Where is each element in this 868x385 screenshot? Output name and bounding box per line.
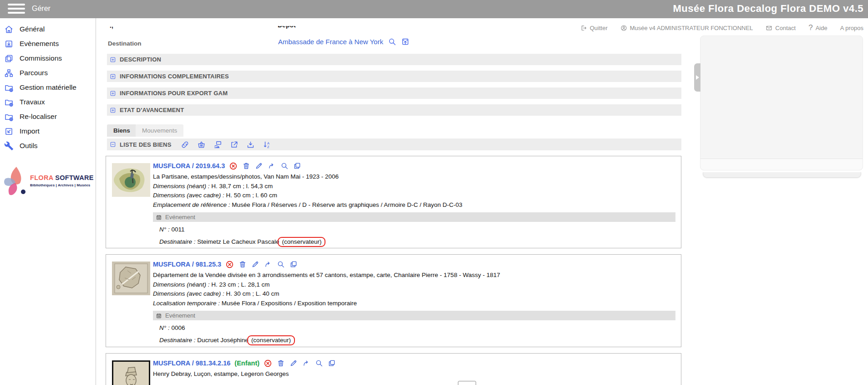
logo-subtitle: Bibliothèques | Archives | Musées: [30, 184, 94, 188]
num-label: N° :: [159, 226, 171, 233]
calendar-icon: [156, 313, 162, 319]
item-card: MUSFLORA / 2019.64.3 La Partisane, estam…: [106, 156, 681, 248]
field-value: H. 50 cm ; l. 60 cm: [226, 192, 278, 199]
section-description[interactable]: DESCRIPTION: [107, 54, 681, 65]
field-label: Dimensions (néant) :: [153, 281, 211, 288]
destination-value-link[interactable]: Ambassade de France à New York: [278, 38, 383, 46]
folder-globe-icon: [4, 98, 14, 107]
event-box-icon: [4, 39, 14, 49]
hamburger-menu-icon[interactable]: [8, 4, 25, 15]
search-icon[interactable]: [280, 162, 289, 170]
destinataire-value: Ducruet Joséphine: [197, 337, 249, 344]
item-description: Henry Debray, Luçon, estampe, Legeron Ge…: [153, 370, 675, 379]
num-value: 0011: [171, 226, 184, 233]
expand-plus-icon[interactable]: [110, 107, 116, 113]
partial-scrolled-label-left: .,: [110, 26, 128, 32]
home-icon: [4, 25, 14, 34]
share-arrow-icon[interactable]: [268, 162, 276, 170]
item-thumbnail[interactable]: [112, 262, 150, 295]
sidebar-item-relocaliser[interactable]: Re-localiser: [0, 109, 96, 124]
basket-icon[interactable]: [197, 140, 206, 149]
sort-az-icon[interactable]: [263, 140, 271, 149]
search-icon[interactable]: [315, 359, 323, 367]
num-label: N° :: [159, 324, 171, 331]
tab-mouvements[interactable]: Mouvements: [136, 124, 183, 137]
cancel-icon[interactable]: [229, 162, 238, 170]
edit-pencil-icon[interactable]: [289, 359, 298, 367]
search-icon[interactable]: [388, 37, 396, 46]
item-description: La Partisane, estampes/dessins/photos, V…: [153, 172, 675, 182]
share-arrow-icon[interactable]: [302, 359, 310, 367]
sidebar-item-import[interactable]: Import: [0, 124, 96, 139]
sidebar-item-travaux[interactable]: Travaux: [0, 95, 96, 109]
evenement-header: Evénement: [153, 311, 675, 320]
item-ref-link[interactable]: MUSFLORA / 981.25.3: [153, 261, 221, 268]
field-value: H. 30 cm ; L. 40 cm: [226, 290, 279, 297]
cancel-icon[interactable]: [264, 359, 272, 368]
search-icon[interactable]: [277, 260, 285, 268]
last-page-button[interactable]: »: [494, 382, 499, 385]
section-informations-complementaires[interactable]: INFORMATIONS COMPLEMENTAIRES: [107, 71, 681, 82]
sidebar-item-evenements[interactable]: Evènements: [0, 36, 96, 51]
item-thumbnail[interactable]: [112, 360, 150, 385]
sidebar-item-parcours[interactable]: Parcours: [0, 66, 96, 80]
sidebar-item-general[interactable]: Général: [0, 22, 96, 36]
sidebar: Général Evènements Commissions Parcours …: [0, 18, 96, 385]
import-icon: [4, 127, 14, 136]
item-ref-link[interactable]: MUSFLORA / 2019.64.3: [153, 162, 225, 169]
app-title: Musée Flora Decalog Flora DEMO v4.5: [673, 3, 863, 15]
edit-pencil-icon[interactable]: [255, 162, 263, 170]
sidebar-item-gestion-materielle[interactable]: Gestion matérielle: [0, 80, 96, 95]
field-label: Dimensions (avec cadre) :: [153, 290, 226, 297]
duplicate-icon[interactable]: [293, 162, 301, 170]
trash-icon[interactable]: [239, 260, 247, 268]
duplicate-icon[interactable]: [289, 260, 298, 268]
panel-collapse-handle[interactable]: [694, 63, 700, 92]
menu-gerer[interactable]: Gérer: [32, 5, 51, 13]
partial-scrolled-label-depot: Dépôt: [278, 26, 305, 31]
item-description: Département de la Vendée divisée en 3 ar…: [153, 271, 675, 280]
prev-page-button[interactable]: ‹: [447, 382, 451, 385]
page-number-input[interactable]: [458, 381, 476, 385]
tab-biens[interactable]: Biens: [107, 124, 137, 137]
field-label: Dimensions (néant) :: [153, 183, 211, 190]
right-panel-bottom-bar: [703, 172, 861, 178]
expand-plus-icon[interactable]: [110, 73, 116, 80]
field-value: Musée Flora / Expositions / Exposition t…: [222, 300, 357, 307]
field-label: Localisation temporaire :: [153, 300, 222, 307]
destination-label: Destination: [108, 40, 142, 47]
edit-pencil-icon[interactable]: [251, 260, 259, 268]
hand-card-icon[interactable]: [213, 140, 222, 149]
destinataire-value: Steimetz Le Cacheux Pascale: [197, 238, 279, 245]
field-value: H. 23 cm ; L. 28,1 cm: [211, 281, 269, 288]
section-etat-avancement[interactable]: ETAT D'AVANCEMENT: [107, 104, 681, 116]
liste-des-biens-label: LISTE DES BIENS: [120, 141, 172, 148]
expand-plus-icon[interactable]: [110, 56, 116, 63]
next-page-button[interactable]: ›: [483, 382, 487, 385]
share-arrow-icon[interactable]: [264, 260, 272, 268]
first-page-button[interactable]: «: [435, 382, 440, 385]
item-ref-link[interactable]: MUSFLORA / 981.34.2.16: [153, 359, 230, 367]
sidebar-item-commissions[interactable]: Commissions: [0, 51, 96, 66]
external-link-icon[interactable]: [230, 140, 239, 149]
section-informations-export-gam[interactable]: INFORMATIONS POUR EXPORT GAM: [107, 87, 681, 99]
conservateur-highlight: (conservateur): [278, 237, 325, 247]
expand-plus-icon[interactable]: [110, 90, 116, 97]
open-record-icon[interactable]: [401, 37, 410, 46]
cancel-icon[interactable]: [225, 260, 234, 269]
folder-globe-icon: [4, 83, 14, 92]
field-value: Musée Flora / Réserves / D - Réserve art…: [232, 201, 462, 208]
duplicate-icon[interactable]: [328, 359, 336, 367]
right-panel-footer: [700, 159, 863, 170]
top-bar: Gérer Musée Flora Decalog Flora DEMO v4.…: [0, 0, 868, 18]
item-card: MUSFLORA / 981.25.3 Département de la Ve…: [106, 254, 681, 347]
trash-icon[interactable]: [277, 359, 285, 367]
collapse-minus-icon[interactable]: [110, 141, 116, 148]
trash-icon[interactable]: [242, 162, 250, 170]
download-icon[interactable]: [246, 140, 255, 149]
item-thumbnail[interactable]: [112, 163, 150, 197]
sidebar-item-outils[interactable]: Outils: [0, 139, 96, 153]
pagination: « ‹ › »: [435, 381, 499, 385]
destinataire-label: Destinataire :: [159, 238, 197, 245]
link-icon[interactable]: [181, 140, 189, 149]
